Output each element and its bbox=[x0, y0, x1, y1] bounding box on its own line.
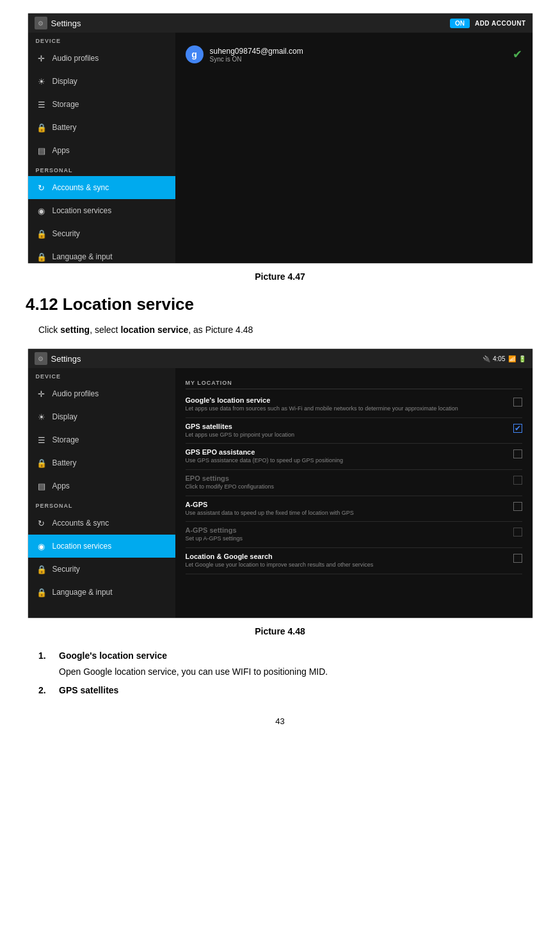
sidebar-item-storage[interactable]: ☰ Storage bbox=[28, 93, 175, 116]
battery-status-icon: 🔋 bbox=[518, 355, 526, 362]
settings-icon: ⚙ bbox=[35, 17, 47, 29]
location-item-google[interactable]: Google's location service Let apps use d… bbox=[186, 392, 522, 418]
wifi-icon: 📶 bbox=[508, 355, 516, 362]
google-location-checkbox[interactable] bbox=[513, 398, 522, 407]
sidebar-label-security: Security bbox=[52, 229, 80, 238]
sidebar-item-security[interactable]: 🔒 Security bbox=[28, 222, 175, 245]
sidebar-item-display[interactable]: ☀ Display bbox=[28, 70, 175, 93]
screen2-status-bar: 🔌 4:05 📶 🔋 bbox=[483, 355, 525, 362]
screen2-topbar-left: ⚙ Settings bbox=[35, 352, 81, 365]
battery-icon: 🔒 bbox=[36, 122, 47, 133]
intro-prefix: Click bbox=[38, 325, 60, 335]
google-search-checkbox[interactable] bbox=[513, 554, 522, 563]
sidebar2-item-audio[interactable]: ✛ Audio profiles bbox=[28, 382, 175, 405]
language-icon-2: 🔒 bbox=[36, 586, 47, 598]
numbered-list: 1. Google's location service Open Google… bbox=[38, 649, 534, 697]
display-icon: ☀ bbox=[36, 76, 47, 87]
time-display: 4:05 bbox=[493, 355, 505, 362]
sidebar2-item-language[interactable]: 🔒 Language & input bbox=[28, 581, 175, 604]
location-item-google-search-text: Location & Google search Let Google use … bbox=[186, 553, 508, 569]
location-item-gps[interactable]: GPS satellites Let apps use GPS to pinpo… bbox=[186, 418, 522, 444]
language-icon: 🔒 bbox=[36, 251, 47, 262]
account-info: suheng098745@gmail.com Sync is ON bbox=[210, 47, 303, 63]
epo-settings-desc: Click to modify EPO configurations bbox=[186, 483, 508, 491]
screen2-topbar: ⚙ Settings 🔌 4:05 📶 🔋 bbox=[28, 349, 532, 368]
intro-suffix: , as Picture 4.48 bbox=[188, 325, 253, 335]
sidebar2-label-accounts: Accounts & sync bbox=[52, 519, 109, 528]
sidebar2-item-battery[interactable]: 🔒 Battery bbox=[28, 451, 175, 474]
agps-checkbox[interactable] bbox=[513, 502, 522, 511]
location-item-epo-settings-text: EPO settings Click to modify EPO configu… bbox=[186, 474, 508, 491]
apps-icon: ▤ bbox=[36, 145, 47, 156]
location-item-google-search[interactable]: Location & Google search Let Google use … bbox=[186, 548, 522, 574]
google-icon: g bbox=[186, 45, 204, 63]
sidebar-label-display: Display bbox=[52, 77, 77, 86]
sidebar-item-location-services[interactable]: ◉ Location services bbox=[28, 199, 175, 222]
epo-title: GPS EPO assistance bbox=[186, 448, 508, 456]
sidebar-item-apps[interactable]: ▤ Apps bbox=[28, 139, 175, 162]
sidebar2-label-language: Language & input bbox=[52, 588, 113, 597]
screen1-topbar-right: ON ADD ACCOUNT bbox=[450, 19, 526, 28]
sidebar-item-language[interactable]: 🔒 Language & input bbox=[28, 245, 175, 263]
location-item-epo-text: GPS EPO assistance Use GPS assistance da… bbox=[186, 448, 508, 465]
screen1-title: Settings bbox=[51, 19, 81, 28]
on-toggle[interactable]: ON bbox=[450, 19, 470, 28]
screen1-topbar-left: ⚙ Settings bbox=[35, 17, 81, 29]
sidebar2-item-location[interactable]: ◉ Location services bbox=[28, 535, 175, 558]
sidebar-item-accounts-sync[interactable]: ↻ Accounts & sync bbox=[28, 176, 175, 199]
location-item-agps-settings: A-GPS settings Set up A-GPS settings bbox=[186, 522, 522, 548]
screenshot-1: ⚙ Settings ON ADD ACCOUNT DEVICE ✛ Audio… bbox=[28, 13, 533, 264]
add-account-button[interactable]: ADD ACCOUNT bbox=[475, 20, 526, 27]
agps-settings-title: A-GPS settings bbox=[186, 526, 508, 534]
location-icon: ◉ bbox=[36, 205, 47, 216]
list-item-2: 2. GPS satellites bbox=[38, 684, 534, 697]
accounts-sync-icon: ↻ bbox=[36, 182, 47, 193]
sidebar2-label-location: Location services bbox=[52, 542, 112, 551]
location-item-gps-text: GPS satellites Let apps use GPS to pinpo… bbox=[186, 423, 508, 439]
sync-check-icon: ✔ bbox=[513, 47, 522, 61]
google-search-desc: Let Google use your location to improve … bbox=[186, 561, 508, 569]
sidebar-item-audio-profiles[interactable]: ✛ Audio profiles bbox=[28, 47, 175, 70]
sidebar-item-battery[interactable]: 🔒 Battery bbox=[28, 116, 175, 139]
personal-section-label: PERSONAL bbox=[28, 162, 175, 176]
agps-settings-checkbox bbox=[513, 528, 522, 537]
display-icon-2: ☀ bbox=[36, 411, 47, 423]
sidebar2-item-apps[interactable]: ▤ Apps bbox=[28, 474, 175, 497]
security-icon-2: 🔒 bbox=[36, 563, 47, 575]
accounts-icon-2: ↻ bbox=[36, 517, 47, 529]
google-location-title: Google's location service bbox=[186, 396, 508, 404]
section-heading: 4.12 Location service bbox=[26, 295, 534, 314]
google-location-desc: Let apps use data from sources such as W… bbox=[186, 405, 508, 413]
page-number: 43 bbox=[26, 716, 534, 726]
epo-settings-checkbox bbox=[513, 476, 522, 485]
gps-checkbox[interactable]: ✔ bbox=[513, 424, 522, 433]
location-icon-2: ◉ bbox=[36, 540, 47, 552]
sidebar2-label-audio: Audio profiles bbox=[52, 389, 99, 398]
google-search-title: Location & Google search bbox=[186, 553, 508, 560]
intro-text: Click setting, select location service, … bbox=[38, 323, 534, 337]
agps-settings-desc: Set up A-GPS settings bbox=[186, 535, 508, 543]
screenshot-2: ⚙ Settings 🔌 4:05 📶 🔋 DEVICE ✛ Audio pro… bbox=[28, 348, 533, 618]
sidebar-label-battery: Battery bbox=[52, 123, 77, 132]
caption-1: Picture 4.47 bbox=[26, 271, 534, 282]
sidebar2-label-storage: Storage bbox=[52, 435, 79, 444]
sidebar2-item-accounts[interactable]: ↻ Accounts & sync bbox=[28, 512, 175, 535]
account-email: suheng098745@gmail.com bbox=[210, 47, 303, 56]
sidebar-label-storage: Storage bbox=[52, 100, 79, 109]
sidebar2-item-security[interactable]: 🔒 Security bbox=[28, 558, 175, 581]
location-item-epo[interactable]: GPS EPO assistance Use GPS assistance da… bbox=[186, 444, 522, 470]
security-icon: 🔒 bbox=[36, 228, 47, 239]
epo-settings-title: EPO settings bbox=[186, 474, 508, 482]
list-item-1-title: Google's location service bbox=[59, 649, 328, 663]
sidebar2-item-storage[interactable]: ☰ Storage bbox=[28, 428, 175, 451]
audio-icon-2: ✛ bbox=[36, 388, 47, 400]
list-item-1-num: 1. bbox=[38, 649, 51, 679]
location-item-agps[interactable]: A-GPS Use assistant data to speed up the… bbox=[186, 496, 522, 522]
battery-icon-2: 🔒 bbox=[36, 457, 47, 469]
list-item-1: 1. Google's location service Open Google… bbox=[38, 649, 534, 679]
agps-desc: Use assistant data to speed up the fixed… bbox=[186, 510, 508, 517]
settings-icon-2: ⚙ bbox=[35, 352, 47, 365]
account-row: g suheng098745@gmail.com Sync is ON ✔ bbox=[186, 40, 522, 69]
epo-checkbox[interactable] bbox=[513, 449, 522, 458]
sidebar2-item-display[interactable]: ☀ Display bbox=[28, 405, 175, 428]
